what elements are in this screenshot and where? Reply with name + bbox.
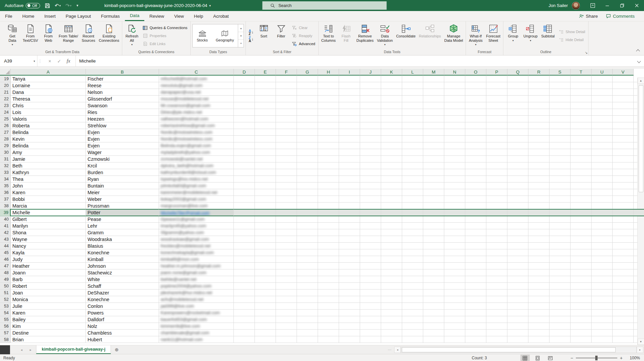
column-header-L[interactable]: L [402, 69, 423, 76]
horizontal-scrollbar[interactable]: ⋯ ◂ ▸ [385, 345, 644, 354]
cell-B47[interactable]: Johnson [86, 263, 159, 269]
restore-button[interactable] [615, 0, 629, 11]
subtotal-button[interactable]: Subtotal [539, 22, 556, 49]
cell-B58[interactable]: Hubert [86, 336, 159, 343]
column-header-J[interactable]: J [360, 69, 381, 76]
hide-detail-button[interactable]: Hide Detail [557, 36, 587, 43]
cell-C29[interactable]: Belinda.evjen@gmail.com [159, 142, 234, 149]
cell-A48[interactable]: Joann [11, 269, 86, 276]
empty-cells-region[interactable] [234, 223, 644, 229]
cell-B24[interactable]: Ries [86, 109, 159, 116]
empty-cells-region[interactable] [234, 243, 644, 249]
column-header-P[interactable]: P [486, 69, 507, 76]
empty-cells-region[interactable] [234, 256, 644, 263]
cell-B42[interactable]: Gramm [86, 229, 159, 236]
cell-C39[interactable]: Michelle79er@gmail.com [159, 209, 234, 216]
cell-A44[interactable]: Nancy [11, 243, 86, 249]
cell-A35[interactable]: John [11, 183, 86, 189]
previous-sheet-button[interactable]: ◂ [21, 348, 22, 352]
cell-B30[interactable]: Wager [86, 149, 159, 156]
cell-C45[interactable]: konechnekayla@gmail.com [159, 249, 234, 256]
formula-input[interactable]: Michelle [76, 55, 634, 67]
cell-C58[interactable]: nanb11@hotmail.com [159, 336, 234, 343]
gallery-more-icon[interactable]: ▾ [238, 40, 244, 47]
row-header-42[interactable]: 42 [0, 229, 11, 236]
empty-cells-region[interactable] [234, 336, 644, 343]
empty-cells-region[interactable] [234, 122, 644, 129]
cell-B31[interactable]: Czmowski [86, 156, 159, 162]
name-box-dropdown-icon[interactable]: ▾ [33, 59, 35, 63]
empty-cells-region[interactable] [234, 249, 644, 256]
cell-C23[interactable]: Mr.cswanson@gmail.com [159, 102, 234, 109]
cell-B41[interactable]: Lehr [86, 223, 159, 229]
close-button[interactable] [629, 0, 644, 11]
user-name[interactable]: Jon Sailer [548, 3, 568, 8]
outline-dialog-launcher-icon[interactable]: ↘ [585, 51, 588, 54]
column-header-C[interactable]: C [159, 69, 234, 76]
cell-A53[interactable]: Julie [11, 303, 86, 310]
cell-C25[interactable]: valheezen@hotmail.com [159, 116, 234, 122]
cell-B35[interactable]: Buntain [86, 183, 159, 189]
horizontal-scroll-thumb[interactable] [402, 347, 616, 352]
zoom-in-button[interactable]: + [620, 355, 623, 361]
row-header-49[interactable]: 49 [0, 276, 11, 283]
what-if-analysis-button[interactable]: ? What-If Analysis ▾ [467, 22, 484, 49]
ungroup-button[interactable]: Ungroup ▾ [522, 22, 539, 49]
cell-C28[interactable]: Nordic@motowireless.com [159, 136, 234, 142]
remove-duplicates-button[interactable]: Remove Duplicates [355, 22, 375, 49]
cell-B48[interactable]: Stachewicz [86, 269, 159, 276]
cell-B43[interactable]: Woodraska [86, 236, 159, 243]
row-header-25[interactable]: 25 [0, 116, 11, 122]
row-header-27[interactable]: 27 [0, 129, 11, 136]
column-header-D[interactable]: D [234, 69, 255, 76]
search-input[interactable]: Search [262, 1, 386, 10]
cell-C48[interactable]: joann.none@gmail.com [159, 269, 234, 276]
cell-C33[interactable]: kathrynburden9@icloud.com [159, 169, 234, 176]
cell-A51[interactable]: Joan [11, 289, 86, 296]
scroll-left-button[interactable]: ◂ [394, 347, 401, 353]
cell-C20[interactable]: reesolulu@gmail.com [159, 82, 234, 89]
minimize-button[interactable] [600, 0, 615, 11]
empty-cells-region[interactable] [234, 269, 644, 276]
cell-A45[interactable]: Kayla [11, 249, 86, 256]
cell-A40[interactable]: Gilbert [11, 216, 86, 223]
reapply-filter-button[interactable]: Reapply [291, 32, 317, 39]
cell-C50[interactable]: poptime2004@yahoo.com [159, 283, 234, 289]
empty-cells-region[interactable] [234, 183, 644, 189]
empty-cells-region[interactable] [234, 109, 644, 116]
collapse-ribbon-button[interactable] [637, 50, 639, 52]
zoom-slider[interactable] [576, 358, 617, 358]
cell-A31[interactable]: Jamie [11, 156, 86, 162]
cell-B50[interactable]: Schaff [86, 283, 159, 289]
row-header-36[interactable]: 36 [0, 189, 11, 196]
ribbon-display-options-button[interactable] [585, 0, 600, 11]
expand-formula-bar-button[interactable] [634, 55, 644, 67]
gallery-up-icon[interactable]: ▲ [238, 24, 244, 32]
share-button[interactable]: Share [576, 13, 601, 20]
cell-A24[interactable]: Lois [11, 109, 86, 116]
cell-B23[interactable]: Swanson [86, 102, 159, 109]
column-header-T[interactable]: T [571, 69, 592, 76]
data-validation-button[interactable]: Data Validation ▾ [375, 22, 394, 49]
email-link-blurred[interactable]: Michelle79er@gmail.com [161, 210, 209, 215]
cell-B49[interactable]: White [86, 276, 159, 283]
cell-A47[interactable]: Heather [11, 263, 86, 269]
cell-A30[interactable]: Amy [11, 149, 86, 156]
cell-C31[interactable]: zcmowski@santel.net [159, 156, 234, 162]
cell-B39[interactable]: Potter [86, 209, 159, 216]
empty-cells-region[interactable] [234, 169, 644, 176]
cell-A50[interactable]: Robert [11, 283, 86, 289]
document-title[interactable]: kimball-popcorn-ball-giveaway-june-2020-… [105, 3, 211, 8]
tab-view[interactable]: View [169, 11, 189, 21]
empty-cells-region[interactable] [234, 289, 644, 296]
queries-connections-button[interactable]: Queries & Connections [141, 24, 189, 31]
cell-A19[interactable]: Tanya [11, 76, 86, 82]
column-header-A[interactable]: A [11, 69, 86, 76]
empty-cells-region[interactable] [234, 82, 644, 89]
cell-C27[interactable]: Nordic@motowireless.com [159, 129, 234, 136]
cell-B34[interactable]: Ryan [86, 176, 159, 183]
cell-C49[interactable]: bwhite@santel.net [159, 276, 234, 283]
cell-C38[interactable]: margrussman@live.com [159, 203, 234, 209]
cell-C51[interactable]: jdeshazerk@hur.midco.net [159, 289, 234, 296]
empty-cells-region[interactable] [234, 303, 644, 310]
